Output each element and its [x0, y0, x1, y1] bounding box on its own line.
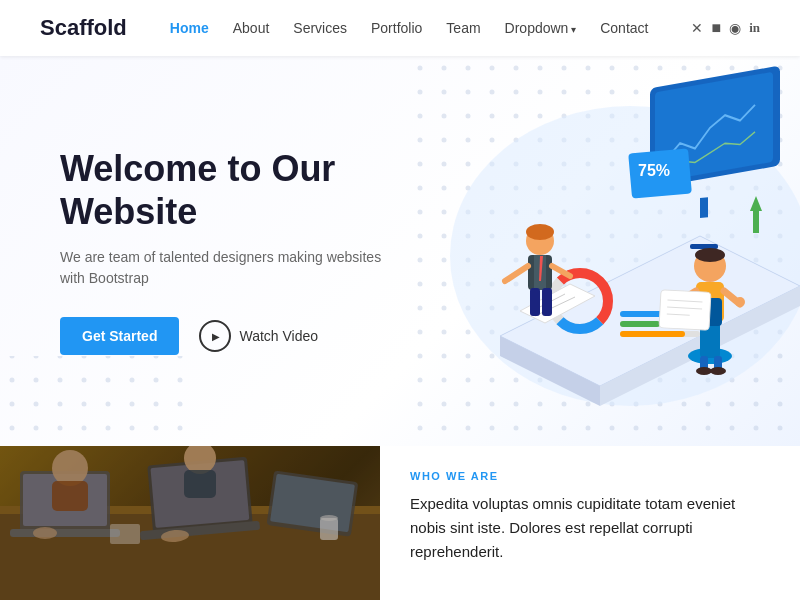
hero-illustration: 75%: [380, 56, 800, 446]
svg-rect-72: [0, 446, 380, 600]
nav-contact[interactable]: Contact: [600, 20, 648, 36]
who-we-are-label: WHO WE ARE: [410, 470, 770, 482]
twitter-icon[interactable]: ✕: [691, 20, 703, 36]
svg-text:75%: 75%: [638, 162, 670, 179]
navbar: Scaffold Home About Services Portfolio T…: [0, 0, 800, 56]
nav-about[interactable]: About: [233, 20, 270, 36]
illustration-svg: 75%: [380, 56, 800, 446]
nav-links: Home About Services Portfolio Team Dropd…: [170, 19, 649, 37]
linkedin-icon[interactable]: in: [749, 20, 760, 36]
brand-logo: Scaffold: [40, 15, 127, 41]
svg-rect-26: [753, 211, 759, 233]
svg-point-48: [710, 367, 726, 375]
nav-team[interactable]: Team: [446, 20, 480, 36]
svg-rect-35: [542, 288, 552, 316]
team-photo: [0, 446, 380, 600]
nav-portfolio[interactable]: Portfolio: [371, 20, 422, 36]
bottom-section: WHO WE ARE Expedita voluptas omnis cupid…: [0, 446, 800, 600]
nav-dropdown[interactable]: Dropdown: [505, 20, 577, 36]
hero-actions: Get Started Watch Video: [60, 317, 400, 355]
nav-services[interactable]: Services: [293, 20, 347, 36]
hero-subtitle: We are team of talented designers making…: [60, 247, 400, 289]
svg-rect-19: [620, 321, 660, 327]
hero-title: Welcome to Our Website: [60, 147, 400, 233]
watch-video-label: Watch Video: [239, 328, 318, 344]
svg-point-37: [695, 248, 725, 262]
nav-home[interactable]: Home: [170, 20, 209, 36]
play-icon: [199, 320, 231, 352]
svg-rect-21: [620, 331, 685, 337]
get-started-button[interactable]: Get Started: [60, 317, 179, 355]
svg-rect-49: [659, 290, 711, 331]
instagram-icon[interactable]: ◉: [729, 20, 741, 36]
hero-section: Welcome to Our Website We are team of ta…: [0, 56, 800, 446]
facebook-icon[interactable]: ■: [711, 19, 721, 37]
svg-rect-9: [700, 197, 708, 218]
svg-point-28: [526, 224, 554, 240]
svg-rect-34: [530, 288, 540, 316]
svg-point-41: [735, 297, 745, 307]
bottom-description: Expedita voluptas omnis cupiditate totam…: [410, 492, 770, 564]
social-links: ✕ ■ ◉ in: [691, 19, 760, 37]
svg-point-47: [696, 367, 712, 375]
watch-video-button[interactable]: Watch Video: [199, 320, 318, 352]
svg-rect-2: [0, 356, 200, 446]
bottom-text-panel: WHO WE ARE Expedita voluptas omnis cupid…: [380, 446, 800, 600]
office-photo-svg: [0, 446, 380, 600]
